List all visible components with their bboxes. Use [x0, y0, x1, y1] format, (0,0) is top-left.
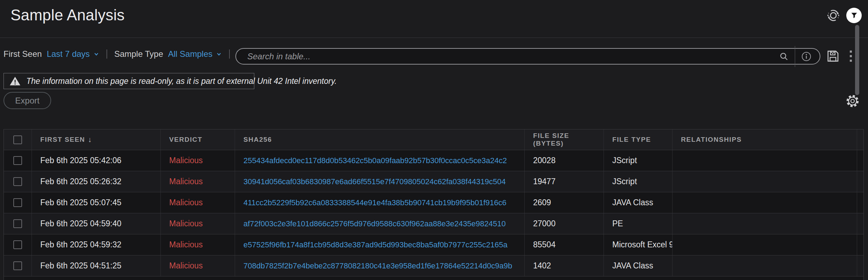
search-input[interactable] — [236, 49, 779, 64]
table-row[interactable]: Feb 6th 2025 04:51:25 Malicious 708db782… — [4, 255, 863, 276]
cell-relationships — [673, 171, 857, 192]
column-header-file-type[interactable]: FILE TYPE — [604, 129, 673, 150]
column-header-file-size[interactable]: FILE SIZE (BYTES) — [525, 129, 604, 150]
save-view-button[interactable] — [826, 49, 840, 63]
cell-relationships — [673, 234, 857, 255]
cell-file-size: 2609 — [525, 192, 604, 213]
scrollbar-track-cell — [857, 150, 863, 171]
cell-sha256: e57525f96fb174a8f1cb95d8d3e387ad9d5d993b… — [235, 234, 525, 255]
row-checkbox[interactable] — [13, 261, 22, 270]
scrollbar-track-cell — [857, 192, 863, 213]
table-header-row: FIRST SEEN ↓ VERDICT SHA256 FILE SIZE (B… — [4, 129, 863, 150]
table-row[interactable]: Feb 6th 2025 04:59:40 Malicious af72f003… — [4, 213, 863, 234]
filter-sample-type: Sample Type All Samples — [114, 49, 222, 59]
filter-first-seen-dropdown[interactable]: Last 7 days — [47, 49, 99, 59]
scrollbar-track-cell — [857, 234, 863, 255]
sha256-link[interactable]: 411cc2b5229f5b92c6a0833388544e91e4fa38b5… — [243, 198, 507, 207]
select-all-cell — [4, 129, 32, 150]
cell-file-type: JScript — [604, 150, 673, 171]
column-header-verdict[interactable]: VERDICT — [161, 129, 235, 150]
sha256-link[interactable]: 708db7825f2b7e4bebe2c8778082180c41e3e958… — [243, 261, 512, 271]
cell-verdict: Malicious — [161, 192, 235, 213]
cell-verdict: Malicious — [161, 234, 235, 255]
table-row[interactable]: Feb 6th 2025 05:42:06 Malicious 255434af… — [4, 150, 863, 171]
column-label: FILE SIZE (BYTES) — [533, 132, 595, 147]
cell-verdict: Malicious — [161, 150, 235, 171]
table-settings-button[interactable] — [846, 94, 860, 108]
more-options-button[interactable] — [849, 49, 853, 63]
filter-first-seen: First Seen Last 7 days — [4, 49, 99, 59]
cell-sha256: 30941d056caf03b6830987e6ad66f5515e7f4709… — [235, 171, 525, 192]
cell-first-seen: Feb 6th 2025 04:51:25 — [32, 255, 161, 276]
floppy-save-icon — [826, 49, 840, 63]
cell-relationships — [673, 192, 857, 213]
readonly-banner: The information on this page is read-onl… — [4, 73, 254, 89]
table-row[interactable]: Feb 6th 2025 05:26:32 Malicious 30941d05… — [4, 171, 863, 192]
search-pill-icons — [779, 49, 820, 64]
refresh-icon — [826, 8, 841, 23]
row-checkbox[interactable] — [13, 198, 22, 207]
sort-desc-icon: ↓ — [88, 135, 92, 144]
row-checkbox[interactable] — [13, 177, 22, 186]
column-header-sha256[interactable]: SHA256 — [235, 129, 525, 150]
cell-first-seen: Feb 6th 2025 05:26:32 — [32, 171, 161, 192]
row-select-cell — [4, 213, 32, 234]
row-checkbox[interactable] — [13, 240, 22, 249]
export-button[interactable]: Export — [4, 92, 51, 109]
filter-preset-button[interactable] — [846, 8, 862, 23]
cell-file-size: 19477 — [525, 171, 604, 192]
warning-triangle-icon — [9, 76, 21, 86]
partial-next-row — [4, 276, 863, 280]
page-title: Sample Analysis — [11, 6, 125, 24]
table-row[interactable]: Feb 6th 2025 04:59:32 Malicious e57525f9… — [4, 234, 863, 255]
cell-first-seen: Feb 6th 2025 05:42:06 — [32, 150, 161, 171]
column-header-first-seen[interactable]: FIRST SEEN ↓ — [32, 129, 161, 150]
vertical-scrollbar-thumb[interactable] — [855, 25, 859, 95]
cell-verdict: Malicious — [161, 213, 235, 234]
chevron-down-icon — [216, 51, 222, 57]
cell-file-type: JAVA Class — [604, 192, 673, 213]
search-icon[interactable] — [779, 51, 789, 62]
top-actions — [826, 8, 862, 23]
scrollbar-track-cell — [857, 255, 863, 276]
table-body: Feb 6th 2025 05:42:06 Malicious 255434af… — [4, 150, 863, 276]
search-divider — [795, 46, 795, 67]
cell-file-type: JScript — [604, 171, 673, 192]
scrollbar-track-cell — [857, 171, 863, 192]
row-select-cell — [4, 192, 32, 213]
sha256-link[interactable]: 255434afdecd0ec117d8d0b53462c5b0a09faab9… — [243, 156, 507, 165]
select-all-checkbox[interactable] — [13, 135, 22, 144]
filter-label: First Seen — [4, 49, 42, 59]
column-label: VERDICT — [169, 136, 202, 144]
gear-icon — [846, 94, 860, 108]
sha256-link[interactable]: af72f003c2e3fe101d866c2576f5d976d9588c63… — [243, 219, 506, 228]
cell-relationships — [673, 213, 857, 234]
column-header-relationships[interactable]: RELATIONSHIPS — [673, 129, 857, 150]
cell-file-size: 85504 — [525, 234, 604, 255]
row-select-cell — [4, 171, 32, 192]
sha256-link[interactable]: e57525f96fb174a8f1cb95d8d3e387ad9d5d993b… — [243, 240, 508, 249]
filter-sample-type-dropdown[interactable]: All Samples — [168, 49, 222, 59]
column-label: FILE TYPE — [612, 136, 651, 144]
column-label: FIRST SEEN — [40, 136, 85, 144]
cell-first-seen: Feb 6th 2025 05:07:45 — [32, 192, 161, 213]
cell-verdict: Malicious — [161, 255, 235, 276]
search-actions — [826, 49, 853, 63]
info-icon[interactable] — [801, 51, 812, 62]
cell-relationships — [673, 255, 857, 276]
row-checkbox[interactable] — [13, 219, 22, 228]
cell-first-seen: Feb 6th 2025 04:59:40 — [32, 213, 161, 234]
cell-file-type: JAVA Class — [604, 255, 673, 276]
cell-relationships — [673, 150, 857, 171]
readonly-banner-text: The information on this page is read-onl… — [26, 76, 337, 86]
cell-file-type: PE — [604, 213, 673, 234]
sample-analysis-page: Sample Analysis — [0, 0, 868, 280]
row-select-cell — [4, 255, 32, 276]
sha256-link[interactable]: 30941d056caf03b6830987e6ad66f5515e7f4709… — [243, 177, 506, 186]
column-label: RELATIONSHIPS — [681, 136, 742, 144]
row-select-cell — [4, 234, 32, 255]
table-row[interactable]: Feb 6th 2025 05:07:45 Malicious 411cc2b5… — [4, 192, 863, 213]
row-checkbox[interactable] — [13, 156, 22, 165]
filter-separator — [229, 49, 230, 59]
refresh-button[interactable] — [826, 8, 841, 23]
